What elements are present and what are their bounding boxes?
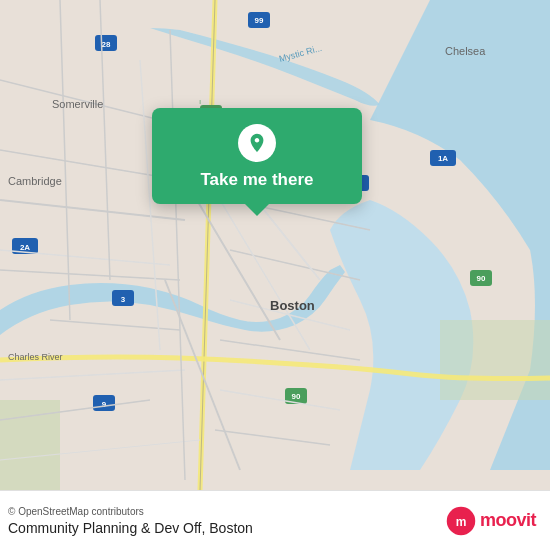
- svg-text:1A: 1A: [438, 154, 448, 163]
- svg-text:99: 99: [255, 16, 264, 25]
- svg-text:Cambridge: Cambridge: [8, 175, 62, 187]
- tooltip-label: Take me there: [200, 170, 313, 190]
- svg-text:Charles River: Charles River: [8, 352, 63, 362]
- moovit-logo-icon: m: [446, 506, 476, 536]
- svg-text:90: 90: [477, 274, 486, 283]
- svg-text:2A: 2A: [20, 243, 30, 252]
- pin-icon-circle: [238, 124, 276, 162]
- svg-text:90: 90: [292, 392, 301, 401]
- svg-text:3: 3: [121, 295, 126, 304]
- bottom-bar-info: © OpenStreetMap contributors Community P…: [8, 506, 253, 536]
- svg-text:Chelsea: Chelsea: [445, 45, 486, 57]
- svg-text:28: 28: [102, 40, 111, 49]
- tooltip-arrow: [245, 204, 269, 216]
- map-container: 93 I 28 99 28 2A 3 9 1A 90 90 1A: [0, 0, 550, 490]
- svg-text:Boston: Boston: [270, 298, 315, 313]
- moovit-logo-text: moovit: [480, 510, 536, 531]
- osm-credit: © OpenStreetMap contributors: [8, 506, 253, 517]
- svg-rect-2: [440, 320, 550, 400]
- map-tooltip[interactable]: Take me there: [152, 108, 362, 204]
- svg-text:m: m: [456, 514, 467, 528]
- svg-text:9: 9: [102, 400, 107, 409]
- location-pin-icon: [246, 132, 268, 154]
- map-svg: 93 I 28 99 28 2A 3 9 1A 90 90 1A: [0, 0, 550, 490]
- location-name: Community Planning & Dev Off, Boston: [8, 520, 253, 536]
- svg-text:Somerville: Somerville: [52, 98, 103, 110]
- bottom-bar: © OpenStreetMap contributors Community P…: [0, 490, 550, 550]
- moovit-logo: m moovit: [446, 506, 536, 536]
